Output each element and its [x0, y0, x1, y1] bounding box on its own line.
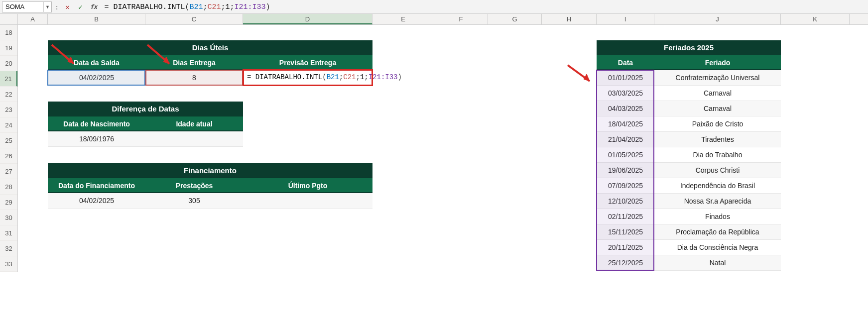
col-header-F[interactable]: F: [434, 14, 488, 24]
row-header-22[interactable]: 22: [0, 87, 17, 102]
enter-button[interactable]: ✓: [75, 1, 86, 12]
financiamento-hdr-c: Prestações: [145, 178, 243, 193]
row-header-19[interactable]: 19: [0, 40, 17, 56]
svg-marker-1: [68, 57, 74, 64]
cell-c25[interactable]: [145, 131, 243, 147]
formula-ref2: C21: [208, 3, 221, 11]
feriados-hdr-j: Feriado: [654, 55, 781, 70]
cell-b25[interactable]: 18/09/1976: [48, 131, 145, 147]
row-headers: 18 19 20 21 22 23 24 25 26 27 28 29 30 3…: [0, 25, 18, 272]
row-header-24[interactable]: 24: [0, 117, 17, 133]
arrow-to-i21: [565, 62, 598, 86]
col-header-C[interactable]: C: [145, 14, 243, 24]
dias-uteis-title: Dias Úteis: [48, 40, 372, 55]
col-header-H[interactable]: H: [542, 14, 597, 24]
diferenca-hdr-b: Data de Nascimento: [48, 116, 145, 131]
row-header-18[interactable]: 18: [0, 25, 17, 40]
cell-j23[interactable]: Carnaval: [654, 101, 781, 116]
cell-j28[interactable]: Independência do Brasil: [654, 178, 781, 194]
separator: :: [55, 3, 59, 11]
diferenca-hdr-c: Idade atual: [145, 116, 243, 131]
cell-j25[interactable]: Tiradentes: [654, 132, 781, 147]
select-all[interactable]: [0, 14, 18, 24]
row-header-25[interactable]: 25: [0, 133, 17, 148]
arrow-to-c20: [143, 42, 178, 70]
col-header-E[interactable]: E: [372, 14, 434, 24]
formula-bar: ▼ : ✕ ✓ fx = DIATRABALHO.INTL(B21;C21;1;…: [0, 0, 868, 14]
cell-j27[interactable]: Corpus Christi: [654, 163, 781, 178]
range-c21: [145, 70, 243, 86]
grid: 18 19 20 21 22 23 24 25 26 27 28 29 30 3…: [0, 25, 868, 272]
formula-fn: DIATRABALHO.INTL: [113, 3, 185, 11]
cell-d29[interactable]: [243, 193, 372, 209]
row-header-33[interactable]: 33: [0, 256, 17, 272]
col-header-I[interactable]: I: [597, 14, 654, 24]
formula-ref1: B21: [190, 3, 203, 11]
cell-j30[interactable]: Finados: [654, 209, 781, 224]
row-header-26[interactable]: 26: [0, 148, 17, 164]
col-header-K[interactable]: K: [781, 14, 850, 24]
formula-ref3: I21:I33: [235, 3, 266, 11]
cell-c29[interactable]: 305: [145, 193, 243, 209]
cell-j21[interactable]: Confraternização Universal: [654, 70, 781, 86]
range-b21: [47, 70, 145, 86]
financiamento-hdr-d: Último Pgto: [243, 178, 372, 193]
row-header-27[interactable]: 27: [0, 164, 17, 179]
cell-b29[interactable]: 04/02/2025: [48, 193, 145, 209]
cell-j31[interactable]: Proclamação da República: [654, 224, 781, 240]
diferenca-title: Diferença de Datas: [48, 102, 243, 116]
cell-j26[interactable]: Dia do Trabalho: [654, 147, 781, 163]
dias-uteis-hdr-d: Previsão Entrega: [243, 55, 372, 70]
namebox-wrap[interactable]: ▼: [2, 1, 52, 12]
row-header-28[interactable]: 28: [0, 179, 17, 195]
row-header-31[interactable]: 31: [0, 225, 17, 241]
chevron-down-icon[interactable]: ▼: [43, 2, 51, 12]
col-header-J[interactable]: J: [654, 14, 781, 24]
formula-num: 1: [226, 3, 230, 11]
row-header-23[interactable]: 23: [0, 102, 17, 117]
fx-icon[interactable]: fx: [88, 1, 99, 12]
name-box[interactable]: [2, 2, 43, 12]
row-header-30[interactable]: 30: [0, 210, 17, 225]
financiamento-hdr-b: Data do Financiamento: [48, 178, 145, 193]
sheet[interactable]: Dias Úteis Data da Saída Dias Entrega Pr…: [18, 25, 868, 272]
cell-j24[interactable]: Paixão de Cristo: [654, 116, 781, 132]
svg-marker-3: [163, 57, 169, 64]
row-header-29[interactable]: 29: [0, 195, 17, 210]
col-header-A[interactable]: A: [18, 14, 48, 24]
col-header-D[interactable]: D: [243, 14, 372, 24]
cancel-button[interactable]: ✕: [62, 1, 73, 12]
feriados-title: Feriados 2025: [597, 40, 781, 55]
feriados-hdr-i: Data: [597, 55, 654, 70]
financiamento-title: Financiamento: [48, 163, 372, 178]
row-header-21[interactable]: 21: [0, 71, 17, 87]
formula-input[interactable]: = DIATRABALHO.INTL(B21;C21;1;I21:I33): [101, 1, 866, 12]
row-header-20[interactable]: 20: [0, 56, 17, 71]
row-header-32[interactable]: 32: [0, 241, 17, 256]
col-header-B[interactable]: B: [48, 14, 145, 24]
range-i21-i33: [596, 70, 654, 271]
column-headers: A B C D E F G H I J K: [0, 14, 868, 25]
col-header-G[interactable]: G: [488, 14, 542, 24]
cell-j32[interactable]: Dia da Consciência Negra: [654, 240, 781, 255]
cell-d21-edit[interactable]: = DIATRABALHO.INTL(B21;C21;1;I21:I33): [243, 69, 373, 86]
cell-j22[interactable]: Carnaval: [654, 86, 781, 101]
arrow-to-b20: [48, 42, 83, 70]
cell-j33[interactable]: Natal: [654, 255, 781, 271]
svg-marker-5: [584, 74, 590, 81]
cell-j29[interactable]: Nossa Sr.a Aparecida: [654, 194, 781, 209]
